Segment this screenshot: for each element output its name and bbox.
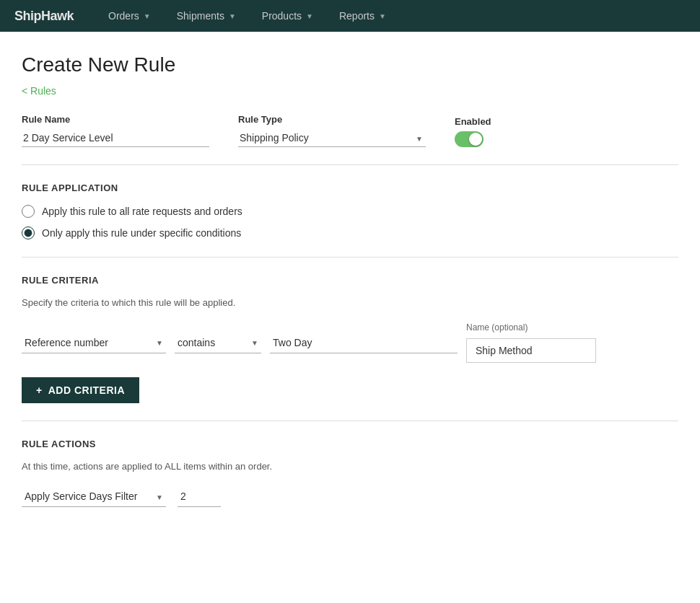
action-select-wrapper: Apply Service Days Filter ▼ (22, 486, 166, 507)
radio-all-requests[interactable]: Apply this rule to all rate requests and… (22, 205, 678, 218)
radio-group: Apply this rule to all rate requests and… (22, 205, 678, 239)
rule-type-group: Rule Type Shipping Policy ▼ (238, 114, 426, 147)
criteria-field-select[interactable]: Reference number (22, 333, 166, 353)
nav-item-orders[interactable]: Orders ▼ (95, 0, 164, 32)
nav-items: Orders ▼ Shipments ▼ Products ▼ Reports … (95, 0, 399, 32)
criteria-name-label: Name (optional) (466, 322, 596, 333)
toggle-track (455, 131, 484, 147)
radio-specific-conditions[interactable]: Only apply this rule under specific cond… (22, 226, 678, 239)
radio-all-label: Apply this rule to all rate requests and… (42, 206, 242, 217)
action-select[interactable]: Apply Service Days Filter (22, 486, 166, 507)
radio-specific-input[interactable] (22, 226, 35, 239)
enabled-label: Enabled (455, 116, 491, 127)
enabled-toggle[interactable] (455, 131, 484, 147)
nav-reports-arrow: ▼ (379, 12, 386, 20)
criteria-hint: Specify the criteria to which this rule … (22, 297, 678, 308)
criteria-name-group: Name (optional) Ship Method (466, 322, 596, 363)
radio-specific-label: Only apply this rule under specific cond… (42, 227, 241, 239)
divider-3 (22, 421, 678, 421)
nav-item-products[interactable]: Products ▼ (249, 0, 326, 32)
rule-type-label: Rule Type (238, 114, 426, 125)
rule-basic-form: Rule Name Rule Type Shipping Policy ▼ En… (22, 114, 678, 147)
add-criteria-label: ADD CRITERIA (48, 384, 125, 396)
toggle-wrapper (455, 131, 491, 147)
rule-application-section: RULE APPLICATION Apply this rule to all … (22, 182, 678, 239)
nav-shipments-label: Shipments (177, 10, 224, 22)
criteria-operator-select[interactable]: contains (175, 333, 261, 353)
app-logo: ShipHawk (14, 9, 74, 24)
divider-2 (22, 257, 678, 258)
criteria-name-box: Ship Method (466, 338, 596, 363)
nav-orders-arrow: ▼ (144, 12, 151, 20)
actions-hint: At this time, actions are applied to ALL… (22, 461, 678, 472)
rule-name-group: Rule Name (22, 114, 209, 147)
rule-actions-title: RULE ACTIONS (22, 439, 678, 449)
nav-orders-label: Orders (108, 10, 139, 22)
nav-shipments-arrow: ▼ (229, 12, 236, 20)
rule-actions-section: RULE ACTIONS At this time, actions are a… (22, 439, 678, 507)
rule-criteria-title: RULE CRITERIA (22, 275, 678, 286)
radio-all-input[interactable] (22, 205, 35, 218)
page-title: Create New Rule (22, 53, 678, 76)
rule-type-select-wrapper: Shipping Policy ▼ (238, 129, 426, 147)
criteria-row: Reference number ▼ contains ▼ Name (opti… (22, 322, 678, 363)
navbar: ShipHawk Orders ▼ Shipments ▼ Products ▼… (0, 0, 700, 32)
action-value-input[interactable] (178, 486, 221, 507)
rule-type-select[interactable]: Shipping Policy (238, 129, 426, 147)
nav-products-arrow: ▼ (306, 12, 313, 20)
add-criteria-button[interactable]: + ADD CRITERIA (22, 377, 139, 403)
toggle-thumb (469, 133, 482, 146)
criteria-field-wrapper: Reference number ▼ (22, 333, 166, 353)
criteria-operator-wrapper: contains ▼ (175, 333, 261, 353)
back-link[interactable]: < Rules (22, 85, 56, 97)
rule-criteria-section: RULE CRITERIA Specify the criteria to wh… (22, 275, 678, 403)
rule-name-input[interactable] (22, 129, 209, 147)
main-content: Create New Rule < Rules Rule Name Rule T… (0, 32, 700, 603)
plus-icon: + (36, 384, 43, 396)
nav-reports-label: Reports (339, 10, 375, 22)
enabled-group: Enabled (455, 116, 491, 147)
criteria-value-input[interactable] (270, 333, 458, 353)
rule-application-title: RULE APPLICATION (22, 182, 678, 193)
divider-1 (22, 164, 678, 165)
nav-item-shipments[interactable]: Shipments ▼ (164, 0, 249, 32)
action-row: Apply Service Days Filter ▼ (22, 486, 678, 507)
nav-item-reports[interactable]: Reports ▼ (326, 0, 399, 32)
rule-name-label: Rule Name (22, 114, 209, 125)
nav-products-label: Products (262, 10, 302, 22)
